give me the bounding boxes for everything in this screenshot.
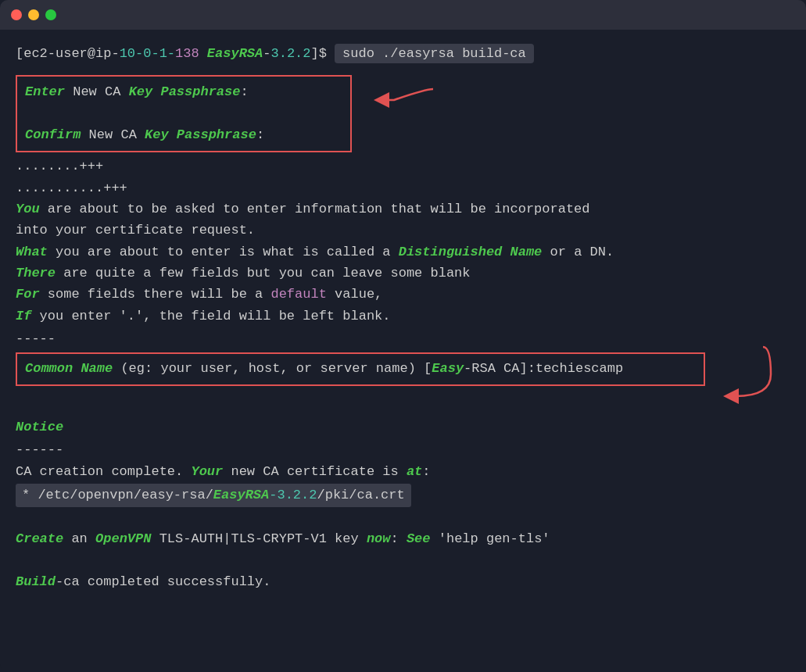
ca-complete-line: CA creation complete. Your new CA certif…	[16, 462, 790, 482]
enter-keyword: Enter	[25, 84, 65, 99]
ca-complete-text: CA creation complete.	[16, 464, 183, 479]
info-3-rest2: or a DN.	[542, 245, 614, 259]
cn-left-col: ----- Common Name (eg: your user, host, …	[16, 327, 712, 389]
arrow-left-indicator	[371, 83, 441, 124]
info-line-4: There are quite a few fields but you can…	[16, 263, 790, 284]
build-line: Build-ca completed successfully.	[16, 572, 790, 592]
there-keyword: There	[16, 266, 56, 281]
see-keyword: See	[407, 531, 431, 546]
distinguished-name-keyword: Distinguished Name	[399, 245, 543, 259]
you-keyword: You	[16, 202, 40, 216]
minimize-button[interactable]	[28, 9, 39, 20]
separator-1-text: -----	[16, 331, 56, 346]
terminal-window: [ec2-user@ip-10-0-1-138 EasyRSA-3.2.2]$ …	[0, 0, 806, 672]
info-3-rest: you are about to enter is what is called…	[48, 245, 399, 259]
prompt-ip-purple: 138	[175, 46, 199, 61]
cert-path-file: * /etc/openvpn/easy-rsa/EasyRSA-3.2.2/pk…	[16, 484, 411, 507]
prompt-dir-version: 3.2.2	[270, 46, 310, 61]
your-keyword: Your	[183, 464, 223, 479]
close-button[interactable]	[11, 9, 22, 20]
info-5-rest: some fields there will be a	[40, 287, 271, 302]
create-rest: an	[63, 531, 95, 546]
for-keyword: For	[16, 287, 40, 302]
enter-rest: New CA	[65, 84, 129, 99]
what-keyword: What	[16, 245, 48, 259]
cert-star: * /etc/openvpn/easy-rsa/	[22, 488, 213, 502]
command-text: sudo ./easyrsa build-ca	[335, 44, 534, 63]
info-4-rest: are quite a few fields but you can leave…	[56, 266, 471, 281]
passphrase-confirm-line: Confirm New CA Key Passphrase:	[25, 125, 342, 145]
colon-2: :	[256, 127, 264, 142]
passphrase-box: Enter New CA Key Passphrase: Confirm New…	[16, 75, 352, 152]
now-keyword: now	[367, 531, 391, 546]
prompt-bracket-open: [ec2-user@ip-	[16, 46, 120, 61]
blank-line-2	[16, 508, 790, 528]
dots-line-1: ........+++	[16, 156, 790, 177]
info-line-1: You are about to be asked to enter infor…	[16, 199, 790, 220]
blank-line	[25, 104, 342, 124]
key-passphrase-2: Key Passphrase	[145, 127, 256, 142]
arrow-down-svg	[720, 343, 790, 406]
cert-path-line: * /etc/openvpn/easy-rsa/EasyRSA-3.2.2/pk…	[16, 484, 790, 507]
notice-text: Notice	[16, 420, 63, 434]
create-rest3: :	[391, 531, 407, 546]
passphrase-section: Enter New CA Key Passphrase: Confirm New…	[16, 72, 790, 155]
terminal-content: [ec2-user@ip-10-0-1-138 EasyRSA-3.2.2]$ …	[0, 30, 806, 607]
prompt-bracket-close: ]$	[311, 46, 327, 61]
if-keyword: If	[16, 309, 31, 323]
info-line-3: What you are about to enter is what is c…	[16, 242, 790, 263]
ca-colon: :	[422, 464, 430, 479]
common-name-box: Common Name (eg: your user, host, or ser…	[16, 352, 705, 385]
easy-keyword: Easy	[432, 361, 464, 376]
confirm-keyword: Confirm	[25, 127, 81, 142]
title-bar	[0, 0, 806, 30]
cert-path-rest: /pki/ca.crt	[317, 488, 404, 502]
separator-1: -----	[16, 329, 712, 349]
at-keyword: at	[407, 464, 422, 479]
create-keyword: Create	[16, 531, 63, 546]
key-passphrase-1: Key Passphrase	[129, 84, 241, 99]
separator-2-text: ------	[16, 442, 63, 457]
info-1-rest: are about to be asked to enter informati…	[40, 202, 590, 216]
create-line: Create an OpenVPN TLS-AUTH|TLS-CRYPT-V1 …	[16, 529, 790, 549]
cn-value: techiescamp	[536, 361, 623, 376]
ca-complete-rest: new CA certificate is	[223, 464, 407, 479]
info-2-text: into your certificate request.	[16, 223, 255, 238]
info-5-rest2: value,	[327, 287, 382, 302]
dots-line-2: ...........+++	[16, 178, 790, 198]
common-name-section: ----- Common Name (eg: your user, host, …	[16, 327, 790, 413]
cert-easy-rsa: EasyRSA	[213, 488, 269, 502]
colon-1: :	[240, 84, 248, 99]
cert-version: -3.2.2	[269, 488, 317, 502]
prompt-space	[199, 46, 207, 61]
default-keyword: default	[270, 287, 326, 302]
common-name-label: Common Name	[25, 361, 113, 376]
build-keyword: Build	[16, 574, 56, 589]
create-rest2: TLS-AUTH|TLS-CRYPT-V1 key	[151, 531, 366, 546]
info-line-6: If you enter '.', the field will be left…	[16, 306, 790, 327]
prompt-dir-dash: -	[263, 46, 270, 61]
info-6-rest: you enter '.', the field will be left bl…	[31, 309, 390, 323]
openvpn-keyword: OpenVPN	[95, 531, 151, 546]
arrow-svg	[371, 83, 441, 117]
prompt-ip-cyan: 10-0-1-	[120, 46, 175, 61]
maximize-button[interactable]	[45, 9, 56, 20]
info-line-2: into your certificate request.	[16, 220, 790, 241]
confirm-rest: New CA	[81, 127, 145, 142]
cn-rest: (eg: your user, host, or server name) [	[113, 361, 432, 376]
prompt-dir-easy: EasyRSA	[207, 46, 263, 61]
create-rest4: 'help gen-tls'	[431, 531, 550, 546]
cn-rsa: -RSA CA]:	[464, 361, 536, 376]
separator-2: ------	[16, 440, 790, 460]
build-rest: -ca completed successfully.	[56, 574, 270, 589]
notice-label: Notice	[16, 417, 790, 438]
arrow-down-right-indicator	[720, 343, 790, 413]
prompt-line: [ec2-user@ip-10-0-1-138 EasyRSA-3.2.2]$ …	[16, 44, 790, 64]
passphrase-enter-line: Enter New CA Key Passphrase:	[25, 82, 342, 102]
info-line-5: For some fields there will be a default …	[16, 284, 790, 305]
blank-line-3	[16, 551, 790, 571]
